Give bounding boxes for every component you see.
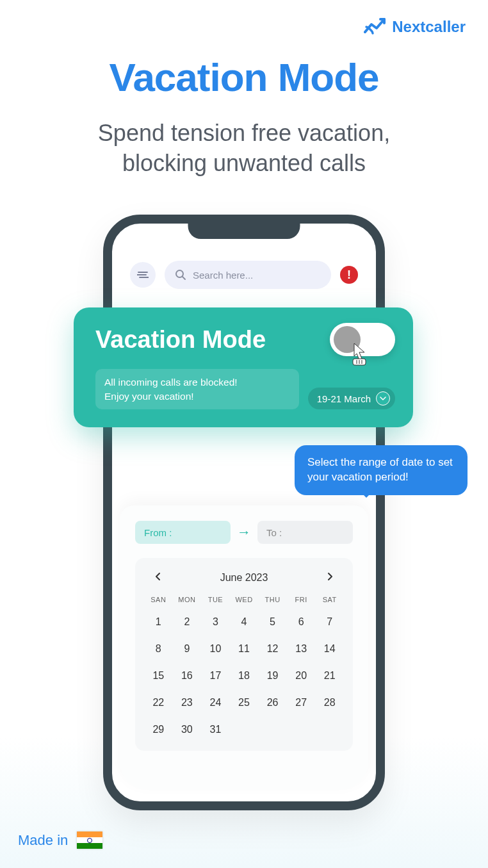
calendar-day[interactable]: 15	[144, 667, 173, 684]
calendar-day[interactable]: 23	[173, 694, 202, 711]
calendar-header: June 2023	[144, 571, 344, 584]
phone-header: Search here... !	[130, 261, 358, 289]
search-placeholder: Search here...	[193, 270, 253, 281]
calendar-day[interactable]: 24	[201, 694, 230, 711]
brand-logo: Nextcaller	[364, 18, 466, 36]
vacation-status-message: All incoming calls are blocked! Enjoy yo…	[95, 369, 299, 409]
calendar-day[interactable]: 12	[258, 641, 287, 657]
prev-month-button[interactable]	[150, 571, 166, 584]
page-subtitle: Spend tension free vacation, blocking un…	[0, 119, 488, 179]
calendar-day[interactable]: 3	[201, 614, 230, 630]
search-input[interactable]: Search here...	[165, 261, 331, 289]
phone-mockup: Search here... ! From : → To : June 2023	[103, 215, 385, 810]
calendar-day[interactable]: 10	[201, 641, 230, 657]
next-month-button[interactable]	[322, 571, 338, 584]
calendar-day[interactable]: 26	[258, 694, 287, 711]
calendar-day[interactable]: 14	[315, 641, 344, 657]
calendar-day[interactable]: 9	[173, 641, 202, 657]
calendar-day[interactable]: 16	[173, 667, 202, 684]
calendar-day[interactable]: 28	[315, 694, 344, 711]
calendar-weekday: FRI	[287, 596, 316, 603]
calendar-day[interactable]: 18	[230, 667, 259, 684]
calendar-day[interactable]: 21	[315, 667, 344, 684]
calendar-day[interactable]: 31	[201, 721, 230, 738]
calendar-day[interactable]: 8	[144, 641, 173, 657]
calendar-day[interactable]: 1	[144, 614, 173, 630]
calendar-weekday: MON	[173, 596, 202, 603]
calendar-weekday: THU	[258, 596, 287, 603]
calendar-day[interactable]: 20	[287, 667, 316, 684]
from-date-input[interactable]: From :	[135, 521, 231, 544]
calendar-weekday: WED	[230, 596, 259, 603]
date-range-inputs: From : → To :	[135, 521, 353, 544]
calendar-day[interactable]: 4	[230, 614, 259, 630]
phone-chart-icon	[364, 18, 387, 36]
menu-icon	[137, 271, 149, 279]
cursor-pointer-icon	[348, 341, 371, 366]
calendar-day[interactable]: 13	[287, 641, 316, 657]
svg-line-4	[183, 277, 185, 279]
calendar-day[interactable]: 27	[287, 694, 316, 711]
chevron-left-icon	[155, 572, 161, 581]
calendar-weekday: TUE	[201, 596, 230, 603]
alert-button[interactable]: !	[340, 266, 358, 284]
calendar-day[interactable]: 2	[173, 614, 202, 630]
made-in-label: Made in	[18, 832, 68, 849]
calendar-grid: SANMONTUEWEDTHUFRISAT1234567891011121314…	[144, 596, 344, 738]
calendar-day[interactable]: 17	[201, 667, 230, 684]
arrow-right-icon: →	[237, 524, 251, 541]
search-icon	[175, 269, 186, 281]
alert-icon: !	[347, 268, 351, 282]
calendar-day[interactable]: 7	[315, 614, 344, 630]
india-flag-icon	[77, 831, 102, 849]
vacation-mode-card: Vacation Mode All incoming calls are blo…	[74, 307, 413, 427]
calendar-day[interactable]: 6	[287, 614, 316, 630]
calendar-month-label: June 2023	[220, 572, 268, 584]
calendar-day[interactable]: 30	[173, 721, 202, 738]
calendar-day[interactable]: 25	[230, 694, 259, 711]
date-range-label: 19-21 March	[317, 393, 371, 404]
vacation-mode-toggle[interactable]	[330, 323, 395, 356]
phone-notch	[188, 221, 300, 239]
calendar-day[interactable]: 19	[258, 667, 287, 684]
calendar-panel: From : → To : June 2023 SANMONTUEWEDTHUF…	[120, 505, 368, 790]
brand-name: Nextcaller	[392, 18, 466, 36]
menu-button[interactable]	[130, 262, 156, 288]
calendar-day[interactable]: 22	[144, 694, 173, 711]
calendar-weekday: SAT	[315, 596, 344, 603]
to-date-input[interactable]: To :	[257, 521, 353, 544]
help-tooltip: Select the range of date to set your vac…	[295, 445, 468, 495]
calendar-body: June 2023 SANMONTUEWEDTHUFRISAT123456789…	[135, 558, 353, 751]
calendar-weekday: SAN	[144, 596, 173, 603]
calendar-day[interactable]: 11	[230, 641, 259, 657]
calendar-day[interactable]: 29	[144, 721, 173, 738]
calendar-day[interactable]: 5	[258, 614, 287, 630]
date-range-dropdown[interactable]: 19-21 March	[308, 388, 395, 409]
page-title: Vacation Mode	[0, 54, 488, 100]
footer: Made in	[18, 831, 102, 849]
vacation-card-title: Vacation Mode	[95, 326, 266, 354]
chevron-down-icon	[376, 391, 390, 405]
chevron-right-icon	[327, 572, 333, 581]
